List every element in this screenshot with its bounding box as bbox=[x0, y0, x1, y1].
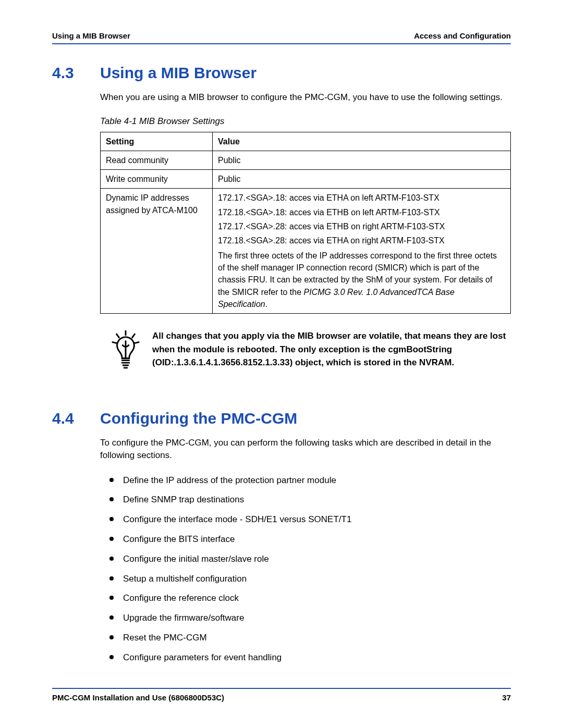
section-title: Using a MIB Browser bbox=[100, 64, 256, 82]
section-4-4: 4.4 Configuring the PMC-CGM To configure… bbox=[52, 410, 511, 664]
cell-setting-line2: assigned by ATCA-M100 bbox=[106, 206, 198, 215]
list-item: Define SNMP trap destinations bbox=[109, 493, 511, 506]
list-item: Setup a multishelf configuration bbox=[109, 573, 511, 585]
table-row: Dynamic IP addresses assigned by ATCA-M1… bbox=[101, 189, 511, 314]
svg-line-1 bbox=[117, 334, 119, 338]
ip-line: 172.18.<SGA>.18: acces via ETHB on left … bbox=[218, 206, 505, 218]
table-row: Write community Public bbox=[101, 170, 511, 189]
footer-page-number: 37 bbox=[502, 693, 511, 702]
svg-line-2 bbox=[132, 334, 135, 338]
explain-part-b: . bbox=[265, 300, 267, 309]
header-left: Using a MIB Browser bbox=[52, 31, 130, 40]
list-item: Reset the PMC-CGM bbox=[109, 632, 511, 644]
footer-left: PMC-CGM Installation and Use (6806800D53… bbox=[52, 693, 224, 702]
settings-table: Setting Value Read community Public Writ… bbox=[100, 132, 511, 314]
section-number: 4.3 bbox=[52, 64, 100, 82]
task-list: Define the IP address of the protection … bbox=[109, 474, 511, 664]
cell-setting: Read community bbox=[101, 151, 213, 169]
svg-line-3 bbox=[113, 342, 117, 343]
cell-setting-line1: Dynamic IP addresses bbox=[106, 193, 189, 202]
lightbulb-icon bbox=[111, 329, 141, 373]
list-item: Define the IP address of the protection … bbox=[109, 474, 511, 487]
cell-setting: Write community bbox=[101, 170, 213, 189]
cell-value: Public bbox=[213, 151, 511, 169]
svg-line-4 bbox=[134, 342, 139, 343]
table-header-setting: Setting bbox=[101, 132, 213, 151]
list-item: Configure parameters for event handling bbox=[109, 651, 511, 664]
page-header: Using a MIB Browser Access and Configura… bbox=[52, 31, 511, 44]
list-item: Upgrade the firmware/software bbox=[109, 612, 511, 624]
list-item: Configure the reference clock bbox=[109, 592, 511, 604]
page-footer: PMC-CGM Installation and Use (6806800D53… bbox=[52, 688, 511, 702]
list-item: Configure the interface mode - SDH/E1 ve… bbox=[109, 513, 511, 526]
section-number: 4.4 bbox=[52, 410, 100, 427]
table-row: Read community Public bbox=[101, 151, 511, 169]
section-4-3: 4.3 Using a MIB Browser When you are usi… bbox=[52, 64, 511, 373]
cell-value: 172.17.<SGA>.18: acces via ETHA on left … bbox=[213, 189, 511, 314]
list-item: Configure the BITS interface bbox=[109, 533, 511, 546]
table-caption: Table 4-1 MIB Browser Settings bbox=[100, 116, 511, 127]
section-heading-4-3: 4.3 Using a MIB Browser bbox=[52, 64, 511, 82]
tip-text: All changes that you apply via the MIB b… bbox=[152, 329, 511, 373]
header-right: Access and Configuration bbox=[414, 31, 511, 40]
section-intro: When you are using a MIB browser to conf… bbox=[100, 91, 511, 104]
ip-line: 172.17.<SGA>.28: acces via ETHB on right… bbox=[218, 220, 505, 232]
ip-explanation: The first three octets of the IP address… bbox=[218, 250, 505, 310]
section-intro: To configure the PMC-CGM, you can perfor… bbox=[100, 437, 511, 462]
ip-line: 172.17.<SGA>.18: acces via ETHA on left … bbox=[218, 192, 505, 204]
ip-line: 172.18.<SGA>.28: acces via ETHA on right… bbox=[218, 235, 505, 246]
section-title: Configuring the PMC-CGM bbox=[100, 410, 297, 427]
table-header-value: Value bbox=[213, 132, 511, 151]
list-item: Configure the initial master/slave role bbox=[109, 553, 511, 565]
cell-setting: Dynamic IP addresses assigned by ATCA-M1… bbox=[101, 189, 213, 314]
section-heading-4-4: 4.4 Configuring the PMC-CGM bbox=[52, 410, 511, 427]
tip-note: All changes that you apply via the MIB b… bbox=[111, 329, 511, 373]
cell-value: Public bbox=[213, 170, 511, 189]
